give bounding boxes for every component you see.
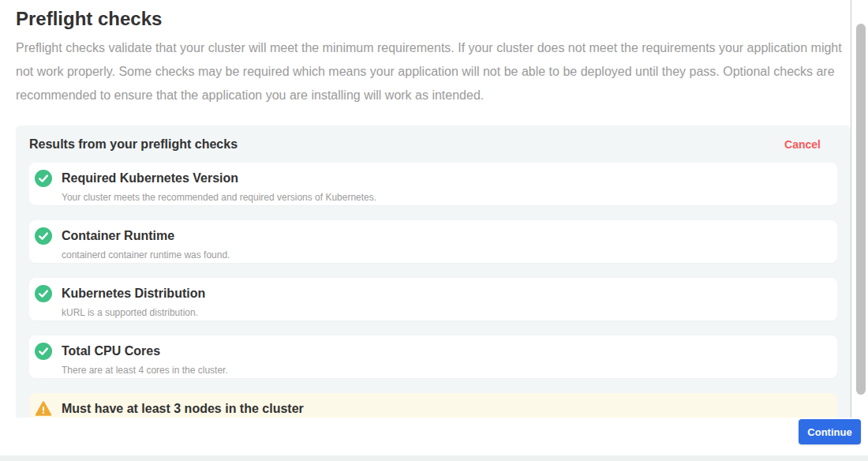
- page-title: Preflight checks: [16, 8, 835, 30]
- check-message: kURL is a supported distribution.: [62, 307, 205, 318]
- page-description: Preflight checks validate that your clus…: [16, 36, 843, 107]
- preflight-content: Preflight checks Preflight checks valida…: [0, 0, 851, 418]
- check-title: Total CPU Cores: [62, 343, 228, 358]
- check-item: Required Kubernetes Version Your cluster…: [29, 163, 837, 205]
- check-item: Container Runtime containerd container r…: [29, 220, 837, 263]
- check-texts: Kubernetes Distribution kURL is a suppor…: [62, 284, 205, 318]
- check-item: Kubernetes Distribution kURL is a suppor…: [29, 278, 837, 320]
- check-texts: Required Kubernetes Version Your cluster…: [62, 169, 376, 203]
- check-title: Must have at least 3 nodes in the cluste…: [62, 401, 304, 416]
- check-texts: Must have at least 3 nodes in the cluste…: [62, 399, 304, 418]
- check-title: Container Runtime: [62, 228, 230, 243]
- check-circle-icon: [35, 170, 52, 187]
- check-circle-icon: [35, 227, 52, 245]
- check-list: Required Kubernetes Version Your cluster…: [29, 163, 837, 418]
- check-texts: Container Runtime containerd container r…: [62, 227, 230, 260]
- check-title: Kubernetes Distribution: [62, 286, 205, 301]
- check-item: Must have at least 3 nodes in the cluste…: [29, 393, 837, 418]
- footer-bar: Continue: [0, 418, 868, 455]
- warning-triangle-icon: [35, 400, 52, 418]
- check-texts: Total CPU Cores There are at least 4 cor…: [62, 342, 228, 376]
- check-message: There are at least 4 cores in the cluste…: [62, 365, 228, 376]
- panel-header: Results from your preflight checks Cance…: [29, 137, 837, 152]
- preflight-results-panel: Results from your preflight checks Cance…: [16, 126, 851, 418]
- check-title: Required Kubernetes Version: [62, 171, 376, 186]
- scrollbar-thumb[interactable]: [856, 24, 866, 395]
- check-message: containerd container runtime was found.: [62, 249, 230, 260]
- panel-title: Results from your preflight checks: [29, 137, 238, 152]
- scrollbar-track[interactable]: [852, 0, 868, 455]
- check-message: Your cluster meets the recommended and r…: [62, 192, 376, 203]
- check-circle-icon: [35, 343, 52, 360]
- check-item: Total CPU Cores There are at least 4 cor…: [29, 335, 837, 378]
- check-circle-icon: [35, 285, 52, 302]
- continue-button[interactable]: Continue: [799, 419, 861, 444]
- cancel-link[interactable]: Cancel: [784, 138, 821, 151]
- page-bottom-strip: [0, 455, 868, 461]
